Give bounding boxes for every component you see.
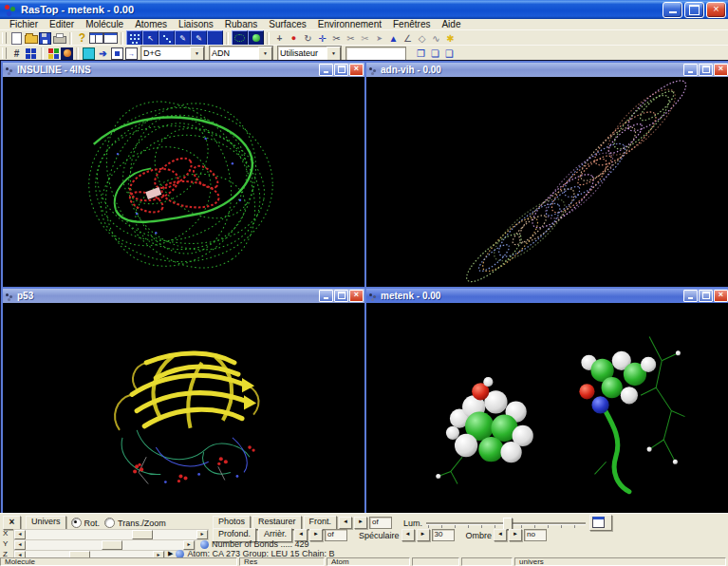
split-view-icon[interactable]: [89, 31, 103, 46]
menu-molecule[interactable]: Molécule: [80, 19, 129, 29]
maximize-button[interactable]: [684, 2, 704, 18]
cascade-windows-icon[interactable]: ❐: [414, 47, 428, 61]
metenk-canvas[interactable]: [366, 303, 728, 513]
speculaire-value-field[interactable]: 30: [432, 529, 455, 541]
torsion-icon[interactable]: ∿: [429, 31, 443, 46]
close-button[interactable]: ×: [349, 290, 364, 302]
background-color-icon[interactable]: [82, 47, 96, 61]
select-marks-icon[interactable]: [159, 30, 175, 47]
menu-environnement[interactable]: Environnement: [312, 19, 387, 29]
maximize-button[interactable]: [699, 64, 713, 76]
center-icon[interactable]: +: [272, 31, 287, 46]
edit-pencil-icon[interactable]: ✎: [175, 30, 191, 47]
speculaire-decrease-button[interactable]: ◄: [401, 529, 415, 541]
scroll-thumb[interactable]: [132, 530, 153, 539]
molecule-combobox[interactable]: ADN ▼: [209, 46, 273, 62]
translate-icon[interactable]: ✛: [315, 31, 329, 46]
export-arrow-icon[interactable]: ➔: [96, 47, 110, 61]
minimize-button[interactable]: [319, 290, 333, 302]
scroll-left-button[interactable]: ◄: [14, 530, 26, 539]
close-button[interactable]: ×: [349, 64, 364, 76]
chevron-down-icon[interactable]: ▼: [190, 47, 204, 61]
ombre-increase-button[interactable]: ►: [509, 529, 522, 541]
adn-canvas[interactable]: [366, 77, 728, 287]
help-icon[interactable]: ?: [75, 31, 89, 46]
palette-combobox[interactable]: Utilisateur ▼: [277, 46, 342, 62]
edit-pencil-alt-icon[interactable]: ✎: [191, 30, 207, 47]
scroll-right-button[interactable]: ►: [196, 530, 208, 539]
bond-cut-icon[interactable]: ✂: [329, 31, 344, 46]
p53-canvas[interactable]: [3, 303, 364, 513]
menu-atomes[interactable]: Atomes: [129, 19, 173, 29]
box-arrow-icon[interactable]: →: [124, 47, 139, 61]
atom-color-icon[interactable]: [61, 47, 73, 60]
select-pick-icon[interactable]: ↖: [142, 30, 159, 47]
bond-edit-icon[interactable]: ✂: [344, 31, 358, 46]
insuline-titlebar[interactable]: INSULINE - 4INS ×: [3, 63, 364, 77]
maximize-button[interactable]: [334, 64, 348, 76]
close-button[interactable]: ×: [714, 290, 728, 302]
profond-increase-button[interactable]: ►: [309, 529, 323, 541]
display-wireframe-icon[interactable]: [232, 30, 248, 47]
ombre-value-field[interactable]: no: [524, 529, 547, 541]
univers-button[interactable]: Univers: [26, 516, 66, 530]
adn-titlebar[interactable]: adn-vih - 0.00 ×: [366, 63, 728, 77]
spark-icon[interactable]: ✱: [443, 31, 457, 46]
arrange-windows-icon[interactable]: ❑: [442, 47, 457, 61]
quad-view-icon[interactable]: [24, 47, 38, 61]
profond-value-field[interactable]: of: [325, 529, 347, 541]
trans-zoom-radio[interactable]: Trans./Zoom: [104, 518, 166, 528]
menu-surfaces[interactable]: Surfaces: [263, 19, 311, 29]
chevron-down-icon[interactable]: ▼: [327, 47, 341, 61]
close-button[interactable]: ×: [706, 2, 726, 18]
scheme-combobox[interactable]: D+G ▼: [140, 46, 205, 62]
maximize-button[interactable]: [699, 290, 713, 302]
menu-aide[interactable]: Aide: [436, 19, 466, 29]
select-dots-icon[interactable]: [126, 30, 142, 47]
new-file-icon[interactable]: [9, 31, 24, 46]
minimize-button[interactable]: [683, 290, 698, 302]
scroll-left-button[interactable]: ◄: [14, 540, 26, 550]
menu-fenetres[interactable]: Fenêtres: [387, 19, 436, 29]
angle-icon[interactable]: ∠: [401, 31, 415, 46]
toolbar-grip[interactable]: [2, 47, 7, 59]
radio-dot[interactable]: [71, 518, 82, 528]
menu-rubans[interactable]: Rubans: [219, 19, 263, 29]
ombre-decrease-button[interactable]: ◄: [494, 529, 507, 541]
print-icon[interactable]: [52, 31, 66, 46]
menu-liaisons[interactable]: Liaisons: [173, 19, 219, 29]
open-file-icon[interactable]: [24, 31, 38, 46]
maximize-button[interactable]: [334, 290, 348, 302]
palette-icon[interactable]: [47, 47, 61, 61]
main-titlebar[interactable]: RasTop - metenk - 0.00 ×: [0, 0, 728, 19]
bond-delete-icon[interactable]: ✂: [358, 31, 372, 46]
cone-icon[interactable]: ▲: [386, 31, 401, 46]
command-input[interactable]: [345, 47, 406, 61]
minimize-button[interactable]: [663, 2, 682, 18]
new-view-icon[interactable]: [103, 31, 118, 46]
display-spacefill-icon[interactable]: [248, 30, 264, 47]
render-preview-button[interactable]: [589, 515, 612, 531]
scroll-track[interactable]: [26, 530, 196, 539]
chevron-down-icon[interactable]: ▼: [258, 47, 272, 61]
axes-icon[interactable]: #: [9, 47, 24, 61]
tile-windows-icon[interactable]: ❏: [428, 47, 442, 61]
minimize-button[interactable]: [683, 64, 698, 76]
rotation-radio[interactable]: Rot.: [71, 518, 101, 528]
pick-atom-icon[interactable]: ●: [287, 31, 301, 46]
close-selection-button[interactable]: ×: [3, 516, 21, 530]
rotate-icon[interactable]: ↻: [301, 31, 315, 46]
plane-icon[interactable]: ◇: [415, 31, 429, 46]
close-button[interactable]: ×: [714, 64, 728, 76]
save-file-icon[interactable]: [38, 31, 52, 46]
radio-dot[interactable]: [104, 518, 115, 528]
p53-titlebar[interactable]: p53 ×: [3, 289, 364, 303]
metenk-titlebar[interactable]: metenk - 0.00 ×: [366, 289, 728, 303]
dot-box-icon[interactable]: [110, 47, 124, 61]
scroll-thumb[interactable]: [102, 540, 122, 550]
insuline-canvas[interactable]: [3, 77, 364, 287]
toolbar-grip[interactable]: [2, 32, 7, 44]
menu-fichier[interactable]: Fichier: [4, 19, 44, 29]
select-none-icon[interactable]: [207, 30, 223, 47]
menu-editer[interactable]: Editer: [44, 19, 80, 29]
